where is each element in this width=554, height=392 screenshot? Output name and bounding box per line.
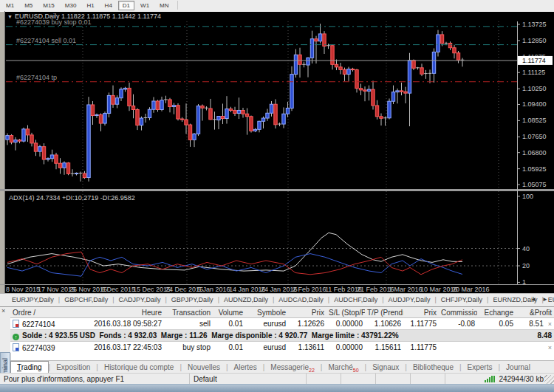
candle-bear <box>233 110 236 113</box>
balance-profit-cell: 8.48 <box>516 330 554 342</box>
terminal-tab-march-[interactable]: Marché50 <box>322 362 364 374</box>
column-header[interactable]: Echange <box>477 307 516 318</box>
chart-tab-eurjpy[interactable]: EURJPY,Daily <box>7 296 58 303</box>
close-order-icon[interactable]: × <box>548 320 552 328</box>
terminal-tab-messagerie[interactable]: Messagerie22 <box>264 362 321 374</box>
tab-scroll-right-icon[interactable]: ► <box>539 296 551 303</box>
candle-bull <box>286 108 289 114</box>
column-header[interactable]: Heure <box>87 307 164 318</box>
balance-empty-cell <box>439 330 477 342</box>
candle-bull <box>47 159 49 159</box>
candle-bear <box>400 91 403 92</box>
candle-bear <box>156 101 159 110</box>
mt4-window: M1M5M15M30H1H4D1W1MN 1.137251.128501.119… <box>0 0 554 392</box>
terminal-tab-journal[interactable]: Journal <box>500 362 536 374</box>
terminal-tab-signaux[interactable]: Signaux <box>366 362 405 374</box>
order-line-label[interactable]: #62274104 sell 0.01 <box>16 37 76 44</box>
chart-tab-audnzd[interactable]: AUDNZD,Daily <box>219 296 273 303</box>
candle-bull <box>148 109 151 117</box>
order-line-label[interactable]: #62274039 buy stop 0.01 <box>16 18 92 26</box>
close-order-icon[interactable]: × <box>548 344 552 351</box>
timeframe-button-m15[interactable]: M15 <box>38 1 59 10</box>
timeframe-button-mn[interactable]: MN <box>155 1 173 10</box>
chart-canvas[interactable]: 1.137251.128501.119751.111251.102501.094… <box>0 11 554 293</box>
column-header[interactable]: T/P (Prendr... <box>365 307 403 318</box>
terminal-tab-alertes[interactable]: Alertes <box>228 362 263 374</box>
adx-axis-label: 20 <box>522 262 530 269</box>
candle-bull <box>388 101 391 118</box>
candle-bear <box>42 147 45 159</box>
timeframe-button-d1[interactable]: D1 <box>118 1 134 10</box>
chart-tab-chfjpy[interactable]: CHFJPY,Daily <box>437 296 487 303</box>
terminal-tab-nouvelles[interactable]: Nouvelles <box>182 362 226 374</box>
chart-tab-gbpchf[interactable]: GBPCHF,Daily <box>60 296 112 303</box>
price-axis-label: 1.11125 <box>522 69 545 76</box>
column-header[interactable]: Prix <box>403 307 439 318</box>
candle-bull <box>120 89 123 98</box>
column-header[interactable]: S/L (Stop/P... <box>326 307 365 318</box>
adx-indicator-label: ADX(14) 24.7334 +DI:10.2719 -DI:26.9582 <box>9 194 135 202</box>
chart-tab-audjpy[interactable]: AUDJPY,Daily <box>384 296 435 303</box>
column-header[interactable]: Volume <box>213 307 245 318</box>
candle-bear <box>375 106 378 117</box>
column-header[interactable]: Prix <box>288 307 326 318</box>
chart-menu-icon[interactable]: ▼ <box>7 14 13 19</box>
chart-region[interactable]: 1.137251.128501.119751.111251.102501.094… <box>0 11 554 293</box>
timeframe-button-m1[interactable]: M1 <box>1 1 18 10</box>
column-header[interactable]: Ordre / <box>10 307 87 318</box>
column-header[interactable]: Transaction <box>164 307 213 318</box>
candle-bull <box>294 55 297 74</box>
terminal-tab-bibliotheque[interactable]: Bibliotheque <box>407 362 459 374</box>
status-profile[interactable]: Default <box>190 374 307 385</box>
terminal-tab-exposition[interactable]: Exposition <box>50 362 96 374</box>
timeframe-button-h4[interactable]: H4 <box>100 1 117 10</box>
chart-tab-audchf[interactable]: AUDCHF,Daily <box>329 296 382 303</box>
price-axis-label: 1.06800 <box>522 149 547 157</box>
order-profit-value: 8.51 <box>529 320 543 328</box>
candle-bull <box>6 136 9 140</box>
terminal-tab-trading[interactable]: Trading <box>10 361 49 374</box>
timeframe-button-m30[interactable]: M30 <box>61 1 81 10</box>
column-header[interactable]: Commission <box>439 307 477 318</box>
timeframe-button-h1[interactable]: H1 <box>82 1 98 10</box>
order-row[interactable]: 622740392016.03.17 22:45:03buy stop0.01e… <box>10 342 554 354</box>
chart-tabs-bar: EURJPY,Daily|GBPCHF,Daily|CADJPY,Daily|G… <box>0 293 554 308</box>
candle-bear <box>209 109 212 120</box>
timeframe-button-w1[interactable]: W1 <box>136 1 154 10</box>
candle-bull <box>38 147 41 152</box>
candle-bull <box>225 109 228 118</box>
order-row[interactable]: 622741042016.03.18 09:58:27sell0.01eurus… <box>10 318 554 330</box>
chart-left-gutter <box>0 11 4 293</box>
column-header[interactable]: Symbole <box>245 307 288 318</box>
column-header[interactable]: &Profit <box>516 307 554 318</box>
status-help-text: Pour plus d'informations, appuyer F1 <box>0 374 190 385</box>
order-type-icon <box>13 320 19 328</box>
date-axis-label: 2 Feb 2016 <box>293 286 326 293</box>
candle-bull <box>310 39 313 58</box>
chart-tab-cadjpy[interactable]: CADJPY,Daily <box>114 296 165 303</box>
candle-bear <box>188 125 191 140</box>
timeframe-button-m5[interactable]: M5 <box>20 1 37 10</box>
candle-bear <box>91 105 94 116</box>
candle-bear <box>380 117 383 119</box>
terminal-tab-historique-du-compte[interactable]: Historique du compte <box>98 362 180 374</box>
candle-bull <box>261 118 264 121</box>
terminal-close-icon[interactable]: × <box>1 308 5 314</box>
date-axis-label: 5 Jan 2016 <box>197 286 230 293</box>
chart-tab-gbpjpy[interactable]: GBPJPY,Daily <box>167 296 218 303</box>
current-price-value: 1.11774 <box>522 57 546 64</box>
tab-scroll-left-icon[interactable]: ◄ <box>527 296 539 303</box>
candle-bear <box>351 69 354 70</box>
candle-bear <box>335 64 338 67</box>
date-axis-label: 20 Mar 2016 <box>452 286 490 293</box>
order-tp-cell: 1.15611 <box>365 342 403 354</box>
terminal-tab-experts[interactable]: Experts <box>462 362 499 374</box>
chart-tab-audcad[interactable]: AUDCAD,Daily <box>274 296 328 303</box>
candle-bull <box>107 95 110 113</box>
candle-bear <box>245 114 248 117</box>
candle-bear <box>30 135 33 143</box>
order-open_price-cell: 1.12626 <box>288 318 326 330</box>
candle-bull <box>408 61 411 93</box>
candle-bear <box>180 119 183 120</box>
order-line-label[interactable]: #62274104 tp <box>16 74 57 81</box>
